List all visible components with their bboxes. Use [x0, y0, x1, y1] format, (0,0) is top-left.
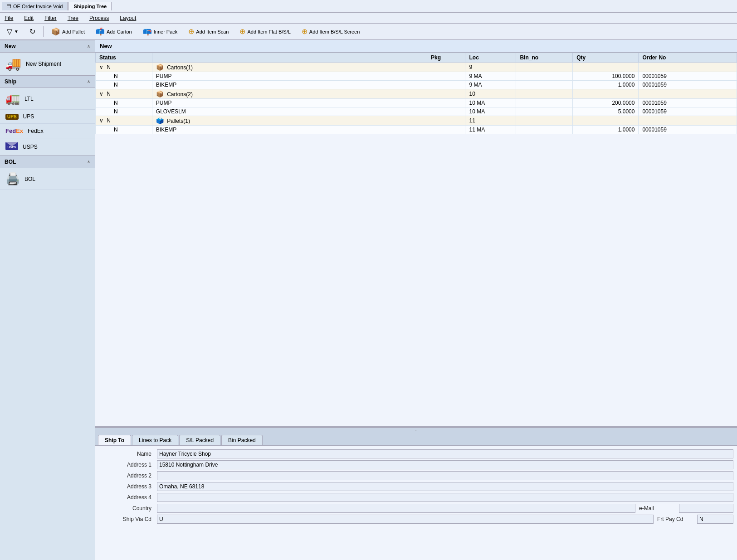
- horizontal-scrollbar[interactable]: ···: [95, 428, 737, 433]
- input-address2[interactable]: [157, 471, 733, 480]
- ltl-icon: 🚛: [5, 92, 20, 106]
- cell-pkg: [427, 116, 465, 126]
- menu-filter[interactable]: Filter: [43, 14, 59, 22]
- cell-label: GLOVESLM: [152, 107, 427, 116]
- toggle-carton2[interactable]: ∨: [99, 91, 103, 97]
- add-item-scan-button[interactable]: ⊕ Add Item Scan: [184, 25, 233, 38]
- sidebar-section-new-toggle[interactable]: [87, 44, 90, 49]
- cell-label: BIKEMP: [152, 126, 427, 134]
- input-frt-pay-cd[interactable]: [697, 515, 733, 524]
- inner-pack-label: Inner Pack: [154, 29, 178, 34]
- sidebar-item-bol[interactable]: 🖨️ BOL: [0, 168, 95, 190]
- col-desc: [152, 53, 427, 63]
- cell-order: 00001059: [639, 72, 737, 81]
- sidebar-item-ups[interactable]: UPS UPS: [0, 110, 95, 124]
- cell-pkg: [427, 99, 465, 107]
- table-row[interactable]: ∨ N 🗳️ Pallets(1) 11: [96, 116, 737, 126]
- cell-pkg: [427, 126, 465, 134]
- add-item-bsl-button[interactable]: ⊕ Add Item B/S/L Screen: [298, 25, 364, 38]
- col-pkg: Pkg: [427, 53, 465, 63]
- input-email[interactable]: [679, 504, 733, 513]
- input-address3[interactable]: [157, 482, 733, 491]
- input-ship-via-cd[interactable]: [157, 515, 654, 524]
- cell-pkg: [427, 63, 465, 72]
- sidebar-section-new-label: New: [5, 43, 16, 49]
- add-carton-button[interactable]: 📫 Add Carton: [92, 25, 136, 38]
- input-address1[interactable]: [157, 460, 733, 469]
- toolbar: ▽ ▼ ↻ 📦 Add Pallet 📫 Add Carton 📪 Inner …: [0, 24, 737, 40]
- sidebar-item-fedex-label: FedEx: [28, 128, 44, 134]
- col-status: Status: [96, 53, 152, 63]
- tab-bin-packed[interactable]: Bin Packed: [221, 435, 263, 445]
- carton-icon: 📦: [156, 90, 164, 97]
- add-pallet-button[interactable]: 📦 Add Pallet: [47, 25, 89, 38]
- tab-ship-to[interactable]: Ship To: [98, 435, 131, 445]
- table-row[interactable]: N GLOVESLM 10 MA 5.0000 00001059: [96, 107, 737, 116]
- tab-sl-packed[interactable]: S/L Packed: [179, 435, 220, 445]
- col-bin: Bin_no: [516, 53, 573, 63]
- sidebar-section-ship-toggle[interactable]: [87, 79, 90, 84]
- add-item-bsl-icon: ⊕: [302, 27, 307, 36]
- cell-carton1-label: Cartons(1): [167, 64, 193, 71]
- inner-pack-icon: 📪: [143, 27, 152, 36]
- menu-file[interactable]: File: [3, 14, 15, 22]
- menu-tree[interactable]: Tree: [66, 14, 80, 22]
- table-row[interactable]: ∨ N 📦 Cartons(1) 9: [96, 63, 737, 72]
- tab-shipping-tree[interactable]: Shipping Tree: [68, 2, 112, 10]
- cell-bin: [516, 107, 573, 116]
- sidebar-item-ltl[interactable]: 🚛 LTL: [0, 88, 95, 110]
- cell-bin: [516, 72, 573, 81]
- add-pallet-label: Add Pallet: [62, 29, 85, 34]
- cell-status: ∨ N: [96, 89, 152, 99]
- inner-pack-button[interactable]: 📪 Inner Pack: [139, 25, 182, 38]
- sidebar-section-bol-toggle[interactable]: [87, 160, 90, 164]
- sidebar-item-ups-label: UPS: [23, 113, 34, 120]
- input-country[interactable]: [157, 504, 635, 513]
- input-address4[interactable]: [157, 493, 733, 502]
- sidebar-item-fedex[interactable]: FedEx FedEx: [0, 124, 95, 138]
- cell-loc2-val: MA: [477, 127, 485, 133]
- sidebar-item-usps[interactable]: USPS USPS: [0, 138, 95, 156]
- add-pallet-icon: 📦: [51, 27, 60, 36]
- tab-content-ship-to: Name Address 1 Address 2 Address 3 Addre…: [95, 446, 737, 560]
- col-loc: Loc: [465, 53, 516, 63]
- cell-qty: 100.0000: [573, 72, 639, 81]
- tab-lines-to-pack[interactable]: Lines to Pack: [132, 435, 178, 445]
- cell-label: 📦 Cartons(2): [152, 89, 427, 99]
- add-item-flat-button[interactable]: ⊕ Add Item Flat B/S/L: [235, 25, 294, 38]
- sidebar-item-new-shipment[interactable]: 🚚 New Shipment: [0, 53, 95, 75]
- table-row[interactable]: N PUMP 9 MA 100.0000 00001059: [96, 72, 737, 81]
- tabs-bar: Ship To Lines to Pack S/L Packed Bin Pac…: [95, 433, 737, 446]
- table-row[interactable]: N BIKEMP 9 MA 1.0000 00001059: [96, 81, 737, 89]
- cell-status: N: [96, 99, 152, 107]
- cell-loc: 10 MA: [465, 107, 516, 116]
- tab-shipping-tree-label: Shipping Tree: [73, 4, 107, 9]
- cell-status: N: [96, 107, 152, 116]
- menu-process[interactable]: Process: [88, 14, 111, 22]
- col-qty: Qty: [573, 53, 639, 63]
- filter-button[interactable]: ▽ ▼: [3, 25, 23, 38]
- sidebar-item-ltl-label: LTL: [24, 96, 34, 102]
- tab-oe-order[interactable]: 🗖 OE Order Invoice Void: [2, 2, 68, 10]
- table-row[interactable]: N BIKEMP 11 MA 1.0000 00001059: [96, 126, 737, 134]
- toggle-pallet1[interactable]: ∨: [99, 117, 103, 124]
- cell-loc: 11: [465, 116, 516, 126]
- label-address2: Address 2: [99, 472, 153, 479]
- menu-edit[interactable]: Edit: [22, 14, 35, 22]
- cell-loc-val: 9: [469, 82, 472, 88]
- toggle-carton1[interactable]: ∨: [99, 64, 103, 70]
- label-address3: Address 3: [99, 483, 153, 490]
- input-name[interactable]: [157, 449, 733, 458]
- cell-loc-val: 11: [469, 127, 475, 133]
- cell-label: BIKEMP: [152, 81, 427, 89]
- table-row[interactable]: ∨ N 📦 Cartons(2) 10: [96, 89, 737, 99]
- cell-loc-val: 10: [469, 108, 475, 115]
- refresh-button[interactable]: ↻: [25, 25, 39, 38]
- add-item-scan-label: Add Item Scan: [196, 29, 229, 34]
- main-layout: New 🚚 New Shipment Ship 🚛 LTL UPS UPS Fe…: [0, 40, 737, 560]
- add-item-scan-icon: ⊕: [188, 27, 194, 36]
- tree-panel[interactable]: New Status Pkg Loc Bin_no Qty Order No: [95, 40, 737, 428]
- menu-layout[interactable]: Layout: [118, 14, 138, 22]
- cell-carton2-label: Cartons(2): [167, 91, 193, 97]
- table-row[interactable]: N PUMP 10 MA 200.0000 00001059: [96, 99, 737, 107]
